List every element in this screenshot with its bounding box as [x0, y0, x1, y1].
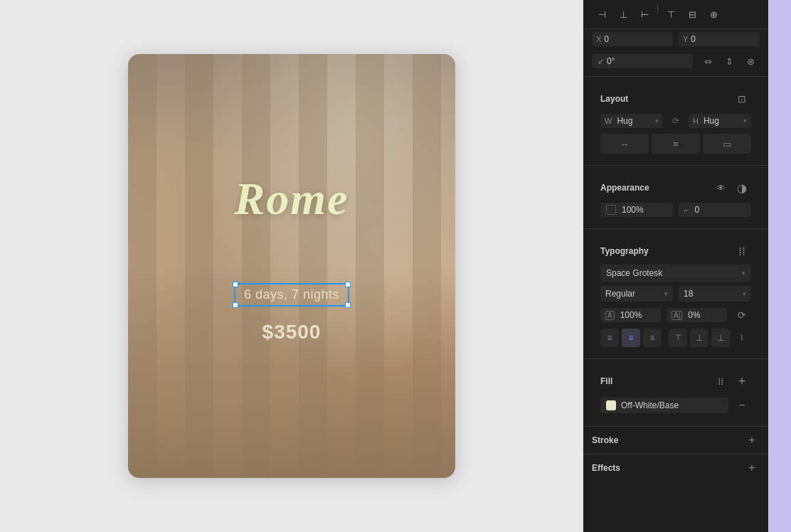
- price-text: $3500: [262, 321, 322, 344]
- fill-header-icons: ⁞⁞ +: [711, 372, 751, 390]
- right-panel: ⊣ ⊥ ⊢ ⊤ ⊟ ⊕ X 0 Y 0 ↙ 0° ⇔ ⇕ ⊗ Layout: [583, 0, 768, 532]
- appearance-fields: 100% ⌐ 0: [592, 201, 760, 223]
- resize-handle-tr[interactable]: [345, 282, 351, 287]
- height-field[interactable]: H Hug ▾: [689, 114, 751, 128]
- angle-field[interactable]: ↙ 0°: [592, 54, 693, 68]
- divider: [657, 4, 658, 14]
- layout-section: Layout ⊡ W Hug ▾ ⟳ H Hug ▾ ↔ ≡ ▭: [583, 76, 768, 166]
- align-bottom-btn[interactable]: ⊕: [704, 4, 723, 24]
- mirror-icon[interactable]: ⇕: [720, 52, 738, 70]
- text-valign-bottom-btn[interactable]: ⊥: [711, 329, 730, 347]
- opacity-value: 100%: [622, 205, 644, 215]
- effects-title: Effects: [592, 463, 620, 473]
- align-top-btn[interactable]: ⊤: [661, 4, 681, 24]
- transform-row: ↙ 0° ⇔ ⇕ ⊗: [583, 49, 768, 76]
- constrain-icon[interactable]: ⊗: [741, 52, 760, 70]
- y-value: 0: [691, 34, 755, 44]
- add-effect-btn[interactable]: +: [744, 460, 760, 476]
- selected-text-element[interactable]: 6 days, 7 nights: [234, 283, 349, 307]
- layout-expand-icon[interactable]: ⊡: [733, 90, 751, 108]
- align-center-v-btn[interactable]: ⊟: [682, 4, 702, 24]
- text-align-row: ≡ ≡ ≡ ⊤ ⊥ ⊥ ⁞: [592, 329, 760, 353]
- align-center-h-btn[interactable]: ⊥: [613, 4, 633, 24]
- appearance-title: Appearance: [600, 183, 649, 193]
- layout-horizontal-btn[interactable]: ↔: [600, 134, 649, 154]
- text-more-options-icon[interactable]: ⁞: [733, 329, 751, 347]
- font-family-chevron: ▾: [742, 270, 745, 277]
- layout-dimensions: W Hug ▾ ⟳ H Hug ▾: [592, 112, 760, 132]
- transform-icons: ⇔ ⇕ ⊗: [699, 52, 760, 70]
- scale-label: A: [605, 311, 615, 320]
- align-left-btn[interactable]: ⊣: [592, 4, 612, 24]
- y-field[interactable]: Y 0: [679, 32, 760, 46]
- fill-title: Fill: [600, 376, 612, 386]
- remove-fill-btn[interactable]: −: [733, 396, 751, 415]
- font-size-chevron: ▾: [743, 290, 746, 297]
- font-scale-value: 100%: [620, 310, 642, 320]
- typography-section: Typography ⁞⁞ Space Grotesk ▾ Regular ▾ …: [583, 229, 768, 359]
- link-dimensions-icon: ⟳: [669, 114, 683, 128]
- letter-spacing-value: 0%: [688, 310, 700, 320]
- layout-title: Layout: [600, 94, 628, 104]
- align-right-btn[interactable]: ⊢: [635, 4, 654, 24]
- visibility-icon[interactable]: 👁: [711, 179, 730, 197]
- canvas: Rome 6 days, 7 nights $3500: [0, 0, 583, 532]
- fill-color-dot: [606, 400, 616, 410]
- fill-swatch[interactable]: Off-White/Base: [600, 398, 728, 413]
- width-label: W: [605, 117, 612, 125]
- appearance-header: Appearance 👁 ◑: [592, 171, 760, 201]
- typography-header: Typography ⁞⁞: [592, 235, 760, 265]
- y-label: Y: [683, 35, 688, 43]
- stroke-title: Stroke: [592, 435, 618, 445]
- text-align-left-btn[interactable]: ≡: [600, 329, 619, 347]
- appearance-section: Appearance 👁 ◑ 100% ⌐ 0: [583, 166, 768, 229]
- corner-value: 0: [694, 205, 699, 215]
- text-valign-top-btn[interactable]: ⊤: [669, 329, 687, 347]
- clip-icon[interactable]: ◑: [733, 179, 751, 197]
- width-field[interactable]: W Hug ▾: [600, 114, 663, 128]
- font-size-dropdown[interactable]: 18 ▾: [679, 286, 751, 302]
- opacity-icon: [606, 205, 616, 215]
- corner-field[interactable]: ⌐ 0: [679, 203, 751, 217]
- text-align-right-btn[interactable]: ≡: [643, 329, 662, 347]
- angle-icon: ↙: [598, 57, 604, 66]
- add-fill-icon[interactable]: +: [733, 372, 751, 390]
- opacity-field[interactable]: 100%: [600, 203, 673, 217]
- font-family-dropdown[interactable]: Space Grotesk ▾: [600, 265, 751, 282]
- resize-handle-br[interactable]: [345, 302, 351, 308]
- accent-bar: [768, 0, 791, 532]
- fill-options-icon[interactable]: ⁞⁞: [711, 372, 730, 390]
- font-weight-value: Regular: [605, 289, 635, 299]
- width-chevron: ▾: [655, 117, 659, 124]
- stroke-row: Stroke +: [583, 427, 768, 454]
- typo-options-icon[interactable]: ⟳: [733, 306, 751, 324]
- flip-icon[interactable]: ⇔: [699, 52, 717, 70]
- font-scale-field[interactable]: A 100%: [600, 308, 661, 322]
- typography-title: Typography: [600, 246, 649, 256]
- position-row: X 0 Y 0: [583, 29, 768, 49]
- layout-section-icons: ⊡: [733, 90, 751, 108]
- resize-handle-tl[interactable]: [233, 282, 238, 287]
- text-valign-center-btn[interactable]: ⊥: [690, 329, 708, 347]
- layout-box-btn[interactable]: ▭: [703, 134, 751, 154]
- font-weight-chevron: ▾: [664, 290, 668, 297]
- resize-handle-bl[interactable]: [233, 302, 238, 308]
- fill-row: Off-White/Base −: [592, 395, 760, 420]
- width-value: Hug: [617, 116, 653, 126]
- layout-text-align-btn[interactable]: ≡: [652, 134, 700, 154]
- card-frame: Rome 6 days, 7 nights $3500: [128, 54, 455, 478]
- font-style-row: Regular ▾ 18 ▾: [592, 286, 760, 306]
- x-value: 0: [604, 34, 669, 44]
- typography-options-icon[interactable]: ⁞⁞: [733, 242, 751, 260]
- font-weight-dropdown[interactable]: Regular ▾: [600, 286, 673, 302]
- add-stroke-btn[interactable]: +: [744, 432, 760, 448]
- rome-title: Rome: [235, 173, 349, 225]
- effects-row: Effects +: [583, 454, 768, 482]
- text-align-center-btn[interactable]: ≡: [622, 329, 640, 347]
- days-text: 6 days, 7 nights: [244, 287, 339, 302]
- font-size-value: 18: [684, 289, 693, 299]
- fill-section: Fill ⁞⁞ + Off-White/Base −: [583, 359, 768, 427]
- x-field[interactable]: X 0: [592, 32, 673, 46]
- letter-spacing-field[interactable]: A| 0%: [667, 308, 727, 322]
- layout-options: ↔ ≡ ▭: [592, 132, 760, 159]
